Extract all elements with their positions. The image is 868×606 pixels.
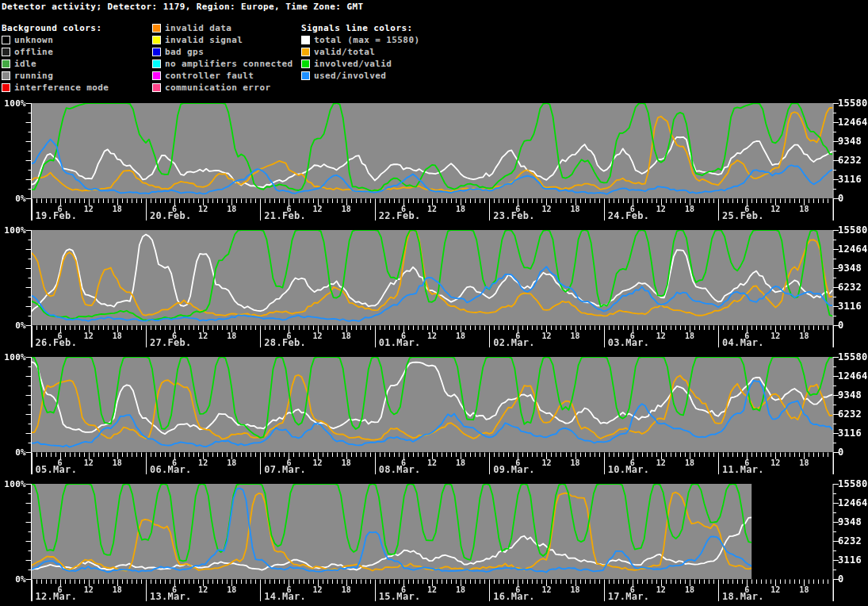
y-axis-label-right: 0 xyxy=(838,320,844,331)
hour-label: 12 xyxy=(78,585,99,594)
date-label: 27.Feb. xyxy=(150,337,192,348)
date-label: 14.Mar. xyxy=(264,591,306,602)
legend-swatch xyxy=(2,59,10,68)
legend-item-idle: idle xyxy=(14,59,36,69)
legend-swatch xyxy=(152,71,161,80)
hour-label: 18 xyxy=(679,332,700,340)
date-label: 12.Mar. xyxy=(36,591,78,602)
hour-label: 18 xyxy=(221,585,242,594)
legend-swatch xyxy=(152,48,161,56)
hour-label: 12 xyxy=(651,205,671,213)
y-axis-label-right: 15580 xyxy=(838,478,868,489)
y-axis-label-left: 100% xyxy=(0,98,26,109)
legend-item-total-max-15580-: total (max = 15580) xyxy=(314,35,419,45)
legend-swatch xyxy=(152,59,161,68)
hour-label: 18 xyxy=(107,332,128,340)
date-label: 13.Mar. xyxy=(150,591,192,602)
date-label: 23.Feb. xyxy=(493,210,535,221)
legend-header-background-colors: Background colors: xyxy=(2,23,101,33)
date-label: 10.Mar. xyxy=(608,464,650,475)
hour-label: 12 xyxy=(78,458,99,467)
legend-swatch xyxy=(301,71,310,80)
hour-label: 12 xyxy=(651,332,671,340)
legend-item-communication-error: communication error xyxy=(165,82,270,93)
legend-item-controller-fault: controller fault xyxy=(165,71,254,81)
date-label: 19.Feb. xyxy=(36,210,78,221)
y-axis-label-right: 6232 xyxy=(838,282,862,293)
date-label: 03.Mar. xyxy=(608,337,650,348)
date-label: 22.Feb. xyxy=(379,210,421,221)
legend-item-invalid-data: invalid data xyxy=(165,23,231,33)
legend-background-colors: Background colors:unknownofflineidlerunn… xyxy=(2,22,109,94)
legend-item-running: running xyxy=(14,71,53,81)
hour-label: 18 xyxy=(336,332,357,340)
date-label: 02.Mar. xyxy=(493,337,535,348)
date-label: 04.Mar. xyxy=(722,337,764,348)
y-axis-label-right: 6232 xyxy=(838,155,862,166)
legend-swatch xyxy=(301,59,310,68)
legend-item-no-amplifiers-connected: no amplifiers connected xyxy=(165,59,293,69)
date-label: 17.Mar. xyxy=(608,591,650,602)
date-label: 16.Mar. xyxy=(493,591,535,602)
y-axis-label-right: 0 xyxy=(838,193,844,204)
legend-item-used-involved: used/involved xyxy=(314,71,386,81)
hour-label: 18 xyxy=(221,332,242,340)
hour-label: 12 xyxy=(193,205,213,213)
y-axis-label-right: 3116 xyxy=(838,174,862,185)
y-axis-label-right: 12464 xyxy=(838,117,868,128)
date-label: 25.Feb. xyxy=(722,210,764,221)
hour-label: 18 xyxy=(793,205,814,213)
hour-label: 12 xyxy=(422,332,442,340)
hour-label: 12 xyxy=(308,585,328,594)
y-axis-label-right: 12464 xyxy=(838,497,868,508)
hour-label: 18 xyxy=(679,458,700,467)
date-label: 18.Mar. xyxy=(722,591,764,602)
hour-label: 12 xyxy=(308,205,328,213)
date-label: 11.Mar. xyxy=(722,464,764,475)
hour-label: 18 xyxy=(107,585,128,594)
hour-label: 12 xyxy=(193,332,213,340)
legend-signal-colors: Signals line colors:total (max = 15580)v… xyxy=(301,22,419,82)
hour-label: 18 xyxy=(679,585,700,594)
y-axis-label-left: 100% xyxy=(0,225,26,236)
y-axis-label-right: 9348 xyxy=(838,136,862,147)
hour-label: 12 xyxy=(422,585,442,594)
date-label: 24.Feb. xyxy=(608,210,650,221)
hour-label: 18 xyxy=(450,585,471,594)
y-axis-label-right: 9348 xyxy=(838,389,862,401)
legend-swatch xyxy=(2,36,10,44)
hour-label: 12 xyxy=(765,458,786,467)
legend-header-signals-line-colors: Signals line colors: xyxy=(301,23,412,33)
hour-label: 18 xyxy=(450,458,471,467)
hour-label: 18 xyxy=(450,332,471,340)
legend-item-unknown: unknown xyxy=(14,35,53,45)
legend-swatch xyxy=(152,36,161,44)
y-axis-label-right: 3116 xyxy=(838,554,862,566)
hour-label: 12 xyxy=(536,585,556,594)
hour-label: 18 xyxy=(107,458,128,467)
y-axis-label-right: 3116 xyxy=(838,428,862,439)
legend-swatch xyxy=(2,48,10,56)
hour-label: 12 xyxy=(651,458,671,467)
hour-label: 12 xyxy=(422,458,442,467)
hour-label: 12 xyxy=(651,585,671,594)
legend-item-bad-gps: bad gps xyxy=(165,47,204,57)
hour-label: 12 xyxy=(765,205,786,213)
hour-label: 18 xyxy=(565,332,586,340)
y-axis-label-right: 15580 xyxy=(838,351,868,362)
legend-swatch xyxy=(2,71,10,80)
legend-item-involved-valid: involved/valid xyxy=(314,59,392,69)
date-label: 05.Mar. xyxy=(36,464,78,475)
y-axis-label-left: 0% xyxy=(0,447,26,458)
y-axis-label-right: 9348 xyxy=(838,263,862,274)
hour-label: 18 xyxy=(336,585,357,594)
y-axis-label-right: 3116 xyxy=(838,301,862,312)
date-label: 09.Mar. xyxy=(493,464,535,475)
date-label: 01.Mar. xyxy=(379,337,421,348)
hour-label: 12 xyxy=(308,332,328,340)
legend-swatch xyxy=(2,83,10,92)
hour-label: 18 xyxy=(565,458,586,467)
legend-item-offline: offline xyxy=(14,47,53,57)
y-axis-label-left: 0% xyxy=(0,194,26,204)
y-axis-label-right: 15580 xyxy=(838,224,868,236)
